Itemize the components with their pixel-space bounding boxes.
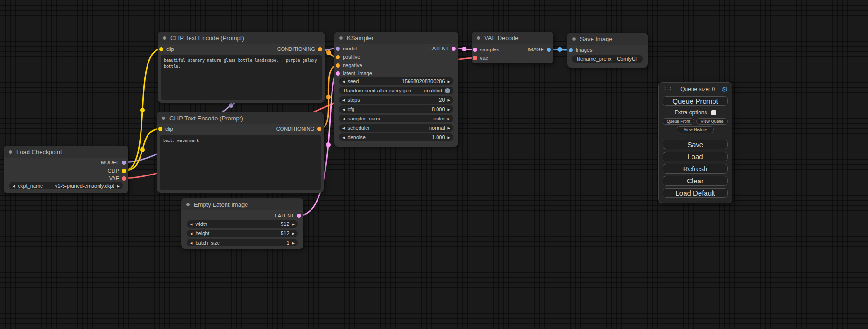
arrow-right-icon[interactable]: ▶ — [292, 223, 295, 226]
collapse-dot-icon[interactable] — [476, 36, 480, 40]
queue-prompt-button[interactable]: Queue Prompt — [663, 96, 728, 106]
settings-gear-icon[interactable]: ⚙ — [722, 86, 728, 93]
batch-size-widget[interactable]: ◀ batch_size 1 ▶ — [187, 239, 298, 246]
widget-value: 8.000 — [432, 106, 445, 112]
widget-label: filename_prefix — [577, 56, 612, 62]
arrow-right-icon[interactable]: ▶ — [448, 117, 450, 120]
image-output-dot[interactable] — [547, 48, 551, 52]
collapse-dot-icon[interactable] — [186, 203, 190, 207]
view-history-button[interactable]: View History — [677, 126, 714, 133]
positive-input-dot[interactable] — [336, 55, 340, 59]
latent-output-dot[interactable] — [452, 47, 456, 51]
clip-input-dot[interactable] — [158, 127, 162, 131]
arrow-right-icon[interactable]: ▶ — [117, 184, 120, 188]
scheduler-widget[interactable]: ◀ scheduler normal ▶ — [339, 124, 453, 132]
arrow-left-icon[interactable]: ◀ — [342, 98, 345, 102]
arrow-right-icon[interactable]: ▶ — [448, 98, 450, 102]
queue-front-button[interactable]: Queue Front — [663, 118, 694, 125]
node-title-bar[interactable]: Save Image — [567, 33, 648, 45]
widget-value: 512 — [281, 231, 289, 236]
refresh-button[interactable]: Refresh — [663, 164, 728, 174]
prompt-textarea[interactable]: text, watermark — [160, 135, 321, 190]
arrow-left-icon[interactable]: ◀ — [342, 136, 345, 139]
node-title-bar[interactable]: Load Checkpoint — [4, 146, 128, 158]
negative-input-dot[interactable] — [336, 63, 340, 68]
slot-label: vae — [480, 55, 488, 61]
load-button[interactable]: Load — [663, 152, 728, 161]
node-empty-latent-image[interactable]: Empty Latent Image LATENT ◀ width 512 ▶ … — [181, 198, 303, 249]
seed-widget[interactable]: ◀ seed 156680208700286 ▶ — [339, 77, 453, 85]
prompt-textarea[interactable]: beautiful scenery nature glass bottle la… — [161, 55, 322, 100]
arrow-left-icon[interactable]: ◀ — [342, 117, 345, 120]
random-seed-toggle-widget[interactable]: Random seed after every gen enabled — [339, 87, 453, 94]
samples-input-dot[interactable] — [473, 48, 477, 52]
node-load-checkpoint[interactable]: Load Checkpoint MODEL CLIP VAE ◀ ckpt_na… — [4, 146, 128, 193]
widget-label: seed — [347, 78, 359, 84]
node-ksampler[interactable]: KSampler model positive negative latent_… — [334, 32, 458, 147]
slot-label: CONDITIONING — [277, 46, 315, 52]
drag-handle-icon[interactable]: ⋮⋮ — [663, 86, 674, 92]
arrow-left-icon[interactable]: ◀ — [342, 126, 345, 130]
node-clip-text-encode-positive[interactable]: CLIP Text Encode (Prompt) clip CONDITION… — [158, 32, 325, 103]
save-button[interactable]: Save — [663, 140, 728, 149]
collapse-dot-icon[interactable] — [339, 36, 343, 40]
graph-canvas[interactable]: Load Checkpoint MODEL CLIP VAE ◀ ckpt_na… — [0, 0, 868, 329]
clear-button[interactable]: Clear — [663, 176, 728, 186]
denoise-widget[interactable]: ◀ denoise 1.000 ▶ — [339, 133, 453, 141]
arrow-left-icon[interactable]: ◀ — [190, 241, 192, 245]
cfg-widget[interactable]: ◀ cfg 8.000 ▶ — [339, 105, 453, 113]
arrow-left-icon[interactable]: ◀ — [342, 108, 345, 111]
vae-input-dot[interactable] — [473, 56, 477, 60]
arrow-right-icon[interactable]: ▶ — [448, 136, 450, 139]
width-widget[interactable]: ◀ width 512 ▶ — [187, 220, 298, 228]
ckpt-name-widget[interactable]: ◀ ckpt_name v1-5-pruned-emaonly.ckpt ▶ — [9, 182, 123, 189]
arrow-right-icon[interactable]: ▶ — [292, 241, 295, 245]
clip-output-dot[interactable] — [122, 169, 126, 173]
node-title-bar[interactable]: VAE Decode — [472, 32, 553, 44]
sampler-name-widget[interactable]: ◀ sampler_name euler ▶ — [339, 115, 453, 122]
wire-midpoint-dot — [557, 47, 562, 52]
arrow-left-icon[interactable]: ◀ — [190, 232, 192, 235]
model-input-dot[interactable] — [336, 47, 340, 51]
arrow-left-icon[interactable]: ◀ — [13, 184, 15, 188]
arrow-right-icon[interactable]: ▶ — [292, 232, 295, 235]
node-title-bar[interactable]: CLIP Text Encode (Prompt) — [157, 112, 324, 124]
arrow-right-icon[interactable]: ▶ — [448, 126, 450, 130]
arrow-left-icon[interactable]: ◀ — [342, 80, 345, 83]
conditioning-output-dot[interactable] — [318, 47, 322, 51]
node-title-bar[interactable]: KSampler — [334, 32, 458, 44]
collapse-dot-icon[interactable] — [8, 150, 13, 154]
steps-widget[interactable]: ◀ steps 20 ▶ — [339, 96, 453, 104]
output-slot-vae: VAE — [109, 175, 126, 182]
filename-prefix-widget[interactable]: filename_prefix ComfyUI — [572, 55, 643, 63]
node-title-bar[interactable]: CLIP Text Encode (Prompt) — [158, 32, 325, 44]
height-widget[interactable]: ◀ height 512 ▶ — [187, 230, 298, 237]
slot-label: LATENT — [275, 213, 294, 218]
latent-output-dot[interactable] — [297, 214, 301, 218]
slot-label: VAE — [109, 175, 119, 181]
node-save-image[interactable]: Save Image images filename_prefix ComfyU… — [567, 33, 648, 68]
node-title-bar[interactable]: Empty Latent Image — [181, 198, 303, 210]
clip-input-dot[interactable] — [159, 47, 163, 51]
widget-value: 156680208700286 — [402, 78, 445, 84]
widget-value: euler — [433, 116, 445, 121]
toggle-knob[interactable] — [445, 88, 450, 93]
slot-label: LATENT — [430, 46, 449, 51]
widget-value: 1.000 — [432, 134, 445, 140]
collapse-dot-icon[interactable] — [162, 116, 166, 120]
node-clip-text-encode-negative[interactable]: CLIP Text Encode (Prompt) clip CONDITION… — [157, 112, 324, 193]
view-queue-button[interactable]: View Queue — [696, 118, 728, 125]
vae-output-dot[interactable] — [122, 176, 126, 181]
latent-image-input-dot[interactable] — [336, 71, 340, 76]
arrow-right-icon[interactable]: ▶ — [448, 108, 450, 111]
conditioning-output-dot[interactable] — [317, 127, 321, 131]
model-output-dot[interactable] — [122, 161, 126, 165]
load-default-button[interactable]: Load Default — [663, 188, 728, 198]
extra-options-checkbox[interactable] — [711, 110, 716, 115]
collapse-dot-icon[interactable] — [162, 36, 167, 40]
images-input-dot[interactable] — [569, 48, 573, 52]
node-vae-decode[interactable]: VAE Decode samples vae IMAGE — [472, 32, 553, 63]
collapse-dot-icon[interactable] — [572, 37, 576, 41]
arrow-left-icon[interactable]: ◀ — [190, 223, 192, 226]
arrow-right-icon[interactable]: ▶ — [448, 80, 450, 83]
